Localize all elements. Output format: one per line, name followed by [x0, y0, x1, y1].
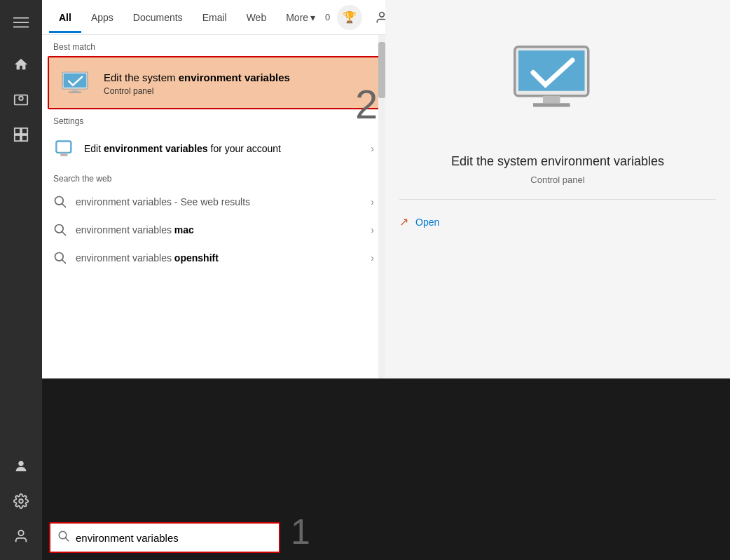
svg-line-22 — [62, 232, 66, 235]
scroll-track — [378, 35, 385, 378]
search-results-panel: All Apps Documents Email Web More ▾ 0 🏆 … — [42, 0, 385, 378]
bottom-bar: 1 — [42, 378, 730, 560]
open-label: Open — [415, 217, 439, 228]
detail-actions: ↗ Open — [385, 200, 730, 244]
svg-line-24 — [62, 260, 66, 264]
trophy-button[interactable]: 🏆 — [337, 5, 362, 30]
detail-app-icon — [509, 41, 607, 114]
home-button[interactable] — [4, 48, 38, 81]
detail-title: Edit the system environment variables — [385, 154, 730, 175]
tab-apps[interactable]: Apps — [81, 2, 123, 33]
svg-rect-2 — [13, 27, 29, 28]
web-item-text-1: environment variables mac — [76, 224, 374, 235]
detail-subtitle: Control panel — [385, 175, 730, 199]
svg-point-3 — [19, 96, 23, 100]
tab-documents[interactable]: Documents — [123, 2, 193, 33]
svg-line-30 — [65, 538, 69, 541]
search-box — [49, 522, 280, 553]
detail-panel: Edit the system environment variables Co… — [385, 0, 730, 378]
badge-count: 0 — [325, 12, 330, 22]
tab-web[interactable]: Web — [237, 2, 277, 33]
results-area: Best match Edit the system environment v… — [42, 35, 385, 378]
svg-rect-8 — [22, 135, 27, 141]
web-search-item-0[interactable]: environment variables - See web results … — [42, 188, 385, 216]
settings-item-text: Edit environment variables for your acco… — [84, 143, 374, 154]
svg-rect-7 — [15, 135, 20, 141]
svg-rect-0 — [13, 18, 29, 19]
svg-rect-1 — [13, 22, 29, 23]
svg-rect-14 — [72, 89, 78, 92]
hamburger-menu-button[interactable] — [4, 6, 38, 39]
best-match-subtitle: Control panel — [104, 86, 367, 96]
chevron-right-icon: › — [371, 143, 374, 154]
open-icon: ↗ — [399, 215, 408, 228]
tab-more[interactable]: More ▾ — [276, 2, 325, 33]
settings-button[interactable] — [4, 484, 38, 518]
sidebar — [0, 0, 42, 560]
search-box-wrapper: 1 — [49, 522, 280, 553]
image-button[interactable] — [4, 83, 38, 116]
best-match-title: Edit the system environment variables — [104, 70, 367, 85]
user-avatar-button[interactable] — [4, 449, 38, 483]
web-search-label: Search the web — [42, 167, 385, 188]
sidebar-bottom-icons — [0, 449, 42, 560]
svg-rect-16 — [64, 74, 86, 88]
search-icon-2 — [53, 251, 67, 265]
tab-all[interactable]: All — [49, 2, 81, 33]
web-item-text-0: environment variables - See web results — [76, 196, 374, 207]
search-icon-1 — [53, 223, 67, 237]
web-search-item-2[interactable]: environment variables openshift › — [42, 244, 385, 272]
web-search-item-1[interactable]: environment variables mac › — [42, 216, 385, 244]
callout-number-1: 1 — [291, 512, 310, 552]
svg-rect-5 — [15, 128, 20, 134]
svg-rect-28 — [533, 103, 570, 107]
control-panel-icon — [60, 66, 94, 100]
tab-email[interactable]: Email — [193, 2, 237, 33]
svg-point-9 — [18, 461, 23, 466]
svg-rect-17 — [56, 142, 71, 153]
chevron-right-icon-web-0: › — [371, 196, 374, 207]
search-box-icon — [57, 530, 70, 545]
settings-item[interactable]: Edit environment variables for your acco… — [42, 130, 385, 167]
settings-item-icon — [53, 137, 76, 160]
best-match-text: Edit the system environment variables Co… — [104, 70, 367, 96]
detail-icon-area — [385, 0, 730, 154]
search-icon-0 — [53, 195, 67, 209]
svg-line-20 — [62, 204, 66, 207]
web-item-text-2: environment variables openshift — [76, 252, 374, 264]
svg-point-11 — [380, 12, 385, 17]
chevron-right-icon-web-1: › — [371, 224, 374, 235]
tabs-row: All Apps Documents Email Web More ▾ 0 🏆 … — [42, 0, 385, 35]
callout-number-2: 2 — [355, 81, 378, 128]
chevron-right-icon-web-2: › — [371, 252, 374, 264]
svg-rect-6 — [22, 128, 27, 134]
scroll-thumb[interactable] — [378, 42, 385, 98]
svg-rect-26 — [518, 50, 585, 91]
svg-point-10 — [18, 531, 23, 535]
person-button[interactable] — [4, 519, 38, 553]
grid-button[interactable] — [4, 118, 38, 151]
svg-rect-27 — [543, 95, 560, 103]
search-input[interactable] — [76, 532, 272, 544]
svg-rect-15 — [69, 92, 81, 93]
more-dropdown-icon: ▾ — [310, 12, 315, 23]
best-match-item[interactable]: Edit the system environment variables Co… — [48, 56, 380, 109]
open-action[interactable]: ↗ Open — [399, 211, 716, 233]
